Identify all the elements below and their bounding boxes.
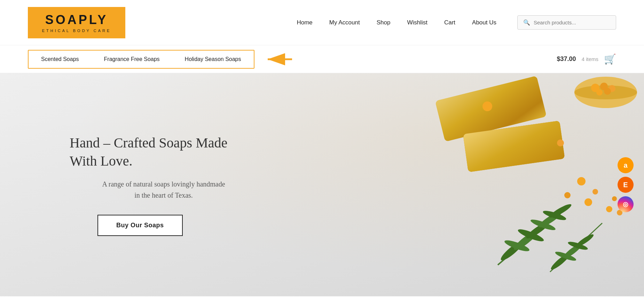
nav-wishlist[interactable]: Wishlist xyxy=(407,19,427,26)
social-sidebar: a E ◎ xyxy=(618,157,634,212)
tab-fragrance-free-soaps[interactable]: Fragrance Free Soaps xyxy=(92,51,172,68)
cart-price: $37.00 xyxy=(557,55,576,63)
nav-cart[interactable]: Cart xyxy=(444,19,455,26)
nav-about-us[interactable]: About Us xyxy=(472,19,496,26)
hero-section: Hand – Crafted Soaps Made With Love. A r… xyxy=(0,73,644,296)
logo-subtitle: ETHICAL BODY CARE xyxy=(42,29,111,33)
tab-scented-soaps[interactable]: Scented Soaps xyxy=(29,51,92,68)
nav-shop[interactable]: Shop xyxy=(377,19,391,26)
instagram-icon: ◎ xyxy=(623,200,628,208)
instagram-button[interactable]: ◎ xyxy=(618,196,634,212)
buy-our-soaps-button[interactable]: Buy Our Soaps xyxy=(97,215,183,236)
main-nav: Home My Account Shop Wishlist Cart About… xyxy=(297,19,496,26)
etsy-button[interactable]: E xyxy=(618,177,634,193)
amazon-icon: a xyxy=(623,161,627,169)
category-tabs: Scented Soaps Fragrance Free Soaps Holid… xyxy=(28,50,254,69)
nav-my-account[interactable]: My Account xyxy=(329,19,360,26)
nav-home[interactable]: Home xyxy=(297,19,312,26)
amazon-button[interactable]: a xyxy=(618,157,634,173)
site-header: SOAPLY ETHICAL BODY CARE Home My Account… xyxy=(0,0,644,45)
search-bar[interactable]: 🔍 xyxy=(517,15,616,30)
logo-title: SOAPLY xyxy=(45,13,108,27)
etsy-icon: E xyxy=(623,181,628,189)
search-icon: 🔍 xyxy=(523,19,530,26)
cart-item-count: 4 items xyxy=(582,56,598,62)
arrow-indicator xyxy=(264,53,292,66)
cart-summary: $37.00 4 items 🛒 xyxy=(557,53,616,65)
hero-heading: Hand – Crafted Soaps Made With Love. xyxy=(70,134,258,170)
cart-icon[interactable]: 🛒 xyxy=(604,53,616,65)
search-input[interactable] xyxy=(534,20,610,25)
hero-content: Hand – Crafted Soaps Made With Love. A r… xyxy=(0,134,258,236)
logo[interactable]: SOAPLY ETHICAL BODY CARE xyxy=(28,7,125,38)
hero-subtext: A range of natural soaps lovingly handma… xyxy=(70,178,258,201)
category-bar: Scented Soaps Fragrance Free Soaps Holid… xyxy=(0,45,644,73)
tab-holiday-season-soaps[interactable]: Holiday Season Soaps xyxy=(172,51,254,68)
